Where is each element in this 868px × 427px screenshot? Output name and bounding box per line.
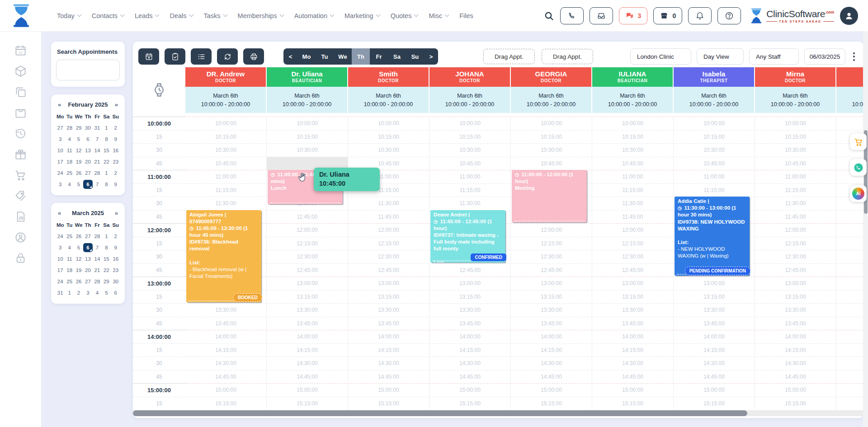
time-slot-cell[interactable]: 12:00:00 xyxy=(267,224,348,237)
day-cell[interactable]: 19 xyxy=(74,266,83,275)
time-slot-cell[interactable]: 13:30:00 xyxy=(267,304,348,317)
time-slot-cell[interactable]: 13:45:00 xyxy=(836,317,863,330)
time-slot-cell[interactable]: 12:15:00 xyxy=(836,237,863,250)
time-slot-cell[interactable]: 11:15:00 xyxy=(429,184,511,197)
search-icon[interactable] xyxy=(543,10,554,21)
clinic-select[interactable]: London Clinic xyxy=(630,48,691,65)
day-cell[interactable]: 17 xyxy=(56,266,65,275)
sidebar-item-history[interactable] xyxy=(14,127,27,140)
time-slot-cell[interactable]: 12:45:00 xyxy=(511,264,592,277)
day-cell[interactable]: 2 xyxy=(74,288,83,297)
time-slot-cell[interactable]: 12:00:00 xyxy=(592,224,674,237)
day-cell[interactable]: 16 xyxy=(111,146,120,155)
day-cell[interactable]: 28 xyxy=(65,123,74,132)
time-slot-cell[interactable]: 15:15:00 xyxy=(592,397,674,410)
staff-header-smith[interactable]: SmithDOCTOR xyxy=(348,67,429,87)
time-slot-cell[interactable]: 14:30:00 xyxy=(674,357,755,370)
time-slot-cell[interactable]: 14:30:00 xyxy=(836,357,863,370)
time-slot-cell[interactable]: 14:00:00 xyxy=(185,330,267,343)
day-cell[interactable]: 29 xyxy=(102,277,111,286)
time-slot-cell[interactable]: 12:30:00 xyxy=(755,250,836,263)
time-slot-cell[interactable]: 10:45:00 xyxy=(592,157,674,170)
refresh-button[interactable] xyxy=(217,48,238,65)
time-slot-cell[interactable]: 13:00:00 xyxy=(836,277,863,290)
print-button[interactable] xyxy=(243,48,264,65)
time-slot-cell[interactable]: 12:15:00 xyxy=(511,237,592,250)
time-slot-cell[interactable]: 10:30:00 xyxy=(592,144,674,157)
day-cell[interactable]: 1 xyxy=(102,123,111,132)
store-button[interactable]: 0 xyxy=(653,7,682,24)
time-slot-cell[interactable]: 11:00:00 xyxy=(429,170,511,183)
time-slot-cell[interactable]: 13:30:00 xyxy=(592,304,674,317)
ai-assistant-button[interactable]: AI xyxy=(850,185,867,202)
quick-call-button[interactable] xyxy=(850,159,867,176)
weeknav-tu[interactable]: Tu xyxy=(316,48,334,65)
day-cell[interactable]: 22 xyxy=(102,157,111,166)
sidebar-item-gift[interactable] xyxy=(14,148,27,160)
day-cell[interactable]: 24 xyxy=(56,277,65,286)
staff-header-dr-andrew[interactable]: DR. AndrewDOCTOR xyxy=(185,67,267,87)
day-cell[interactable]: 24 xyxy=(56,232,65,241)
time-slot-cell[interactable]: 15:00:00 xyxy=(674,384,755,397)
day-cell[interactable]: 24 xyxy=(56,169,65,178)
day-cell[interactable]: 2 xyxy=(111,169,120,178)
weeknav-th[interactable]: Th xyxy=(352,48,370,65)
day-cell[interactable]: 21 xyxy=(93,266,102,275)
drag-appointment-button-2[interactable]: Drag Appt. xyxy=(542,49,593,64)
day-cell[interactable]: 27 xyxy=(83,232,92,241)
day-cell[interactable]: 11 xyxy=(65,146,74,155)
day-cell[interactable]: 4 xyxy=(65,135,74,144)
time-slot-cell[interactable]: 13:45:00 xyxy=(185,317,267,330)
weeknav-su[interactable]: Su xyxy=(406,48,424,65)
sidebar-item-lock[interactable] xyxy=(14,252,27,264)
time-slot-cell[interactable]: 15:15:00 xyxy=(511,397,592,410)
day-cell[interactable]: 25 xyxy=(65,232,74,241)
day-cell-selected[interactable]: 6 xyxy=(83,243,92,252)
staff-header-johana[interactable]: JOHANADOCTOR xyxy=(429,67,511,87)
staff-header-iuliana[interactable]: IULIANABEAUTICIAN xyxy=(592,67,674,87)
time-slot-cell[interactable]: 12:15:00 xyxy=(348,237,429,250)
time-slot-cell[interactable]: 12:45:00 xyxy=(755,264,836,277)
day-cell[interactable]: 29 xyxy=(74,123,83,132)
time-slot-cell[interactable]: 14:45:00 xyxy=(592,371,674,384)
day-cell[interactable]: 16 xyxy=(111,254,120,263)
time-slot-cell[interactable]: 10:00:00 xyxy=(755,117,836,130)
time-slot-cell[interactable]: 14:00:00 xyxy=(674,330,755,343)
bell-button[interactable] xyxy=(688,7,712,24)
time-slot-cell[interactable]: 11:45:00 xyxy=(267,211,348,224)
nav-misc[interactable]: Misc xyxy=(429,12,448,19)
time-slot-cell[interactable]: 14:30:00 xyxy=(755,357,836,370)
time-slot-cell[interactable]: 14:00:00 xyxy=(429,330,511,343)
time-slot-cell[interactable]: 13:15:00 xyxy=(592,291,674,304)
time-slot-cell[interactable]: 13:45:00 xyxy=(755,317,836,330)
time-slot-cell[interactable]: 10:15:00 xyxy=(755,131,836,144)
sidebar-item-report[interactable] xyxy=(14,211,27,223)
nav-tasks[interactable]: Tasks xyxy=(204,12,227,19)
time-slot-cell[interactable]: 14:45:00 xyxy=(836,371,863,384)
time-slot-cell[interactable]: 10:30:00 xyxy=(674,144,755,157)
day-cell[interactable]: 6 xyxy=(111,288,120,297)
day-cell[interactable]: 1 xyxy=(102,169,111,178)
day-cell-selected[interactable]: 6 xyxy=(83,180,92,189)
time-slot-cell[interactable]: 11:45:00 xyxy=(836,211,863,224)
day-cell[interactable]: 14 xyxy=(93,146,102,155)
day-cell[interactable]: 4 xyxy=(65,243,74,252)
day-cell[interactable]: 7 xyxy=(93,135,102,144)
time-slot-cell[interactable]: 14:45:00 xyxy=(348,371,429,384)
day-cell[interactable]: 3 xyxy=(83,288,92,297)
time-slot-cell[interactable]: 14:15:00 xyxy=(348,344,429,357)
nav-leads[interactable]: Leads xyxy=(135,12,159,19)
resize-handle[interactable] xyxy=(270,202,340,203)
quick-cart-button[interactable] xyxy=(850,133,867,150)
time-slot-cell[interactable]: 11:30:00 xyxy=(429,197,511,210)
prev-month-button[interactable]: « xyxy=(58,101,65,108)
inbox-button[interactable] xyxy=(590,7,613,24)
time-slot-cell[interactable]: 14:00:00 xyxy=(755,330,836,343)
day-cell[interactable]: 9 xyxy=(111,243,120,252)
time-slot-cell[interactable]: 13:45:00 xyxy=(511,317,592,330)
time-slot-cell[interactable]: 14:15:00 xyxy=(592,344,674,357)
time-slot-cell[interactable]: 13:00:00 xyxy=(674,277,755,290)
day-cell[interactable]: 8 xyxy=(102,180,111,189)
staff-header-n[interactable]: NDOCTOR xyxy=(836,67,863,87)
staff-header-mirna[interactable]: MirnaDOCTOR xyxy=(755,67,836,87)
